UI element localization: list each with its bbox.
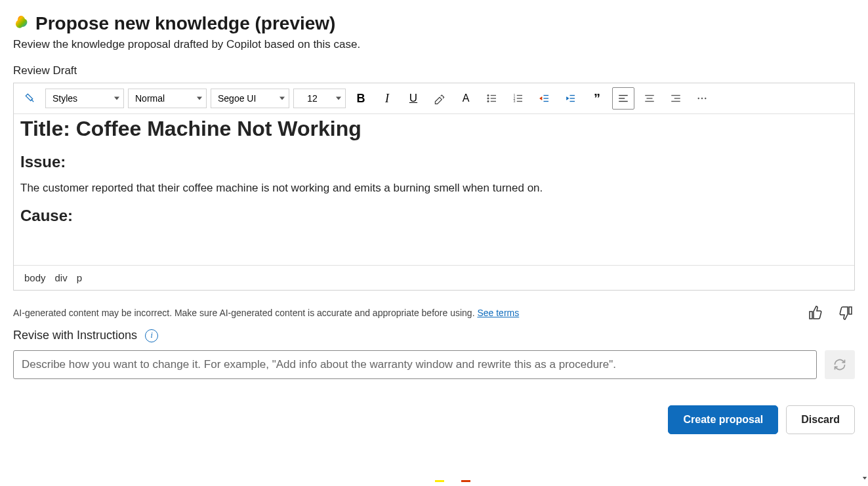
path-segment[interactable]: body	[24, 272, 46, 283]
svg-point-28	[701, 98, 703, 99]
size-value: 12	[307, 93, 318, 104]
styles-value: Styles	[52, 93, 77, 104]
svg-point-0	[487, 95, 489, 96]
revise-input-row	[13, 350, 855, 379]
italic-button[interactable]: I	[376, 87, 398, 110]
action-buttons: Create proposal Discard	[13, 405, 855, 434]
create-proposal-button[interactable]: Create proposal	[668, 405, 778, 434]
underline-button[interactable]: U	[402, 87, 424, 110]
format-painter-button[interactable]	[19, 87, 41, 110]
thumbs-up-button[interactable]	[806, 304, 825, 322]
align-left-button[interactable]	[612, 87, 634, 110]
bold-button[interactable]: B	[350, 87, 372, 110]
chevron-down-icon	[336, 97, 341, 100]
disclaimer-text: AI-generated content may be incorrect. M…	[13, 308, 477, 318]
revise-header: Revise with Instructions i	[13, 329, 855, 342]
highlight-color-button[interactable]	[428, 87, 451, 110]
chevron-down-icon	[114, 97, 119, 100]
thumbs-down-button[interactable]	[837, 304, 855, 322]
align-center-button[interactable]	[638, 87, 661, 110]
font-family-select[interactable]: Segoe UI	[211, 89, 289, 108]
editor-toolbar: Styles Normal Segoe UI 12 B I U	[14, 83, 854, 114]
svg-point-4	[487, 101, 489, 102]
svg-text:3: 3	[514, 99, 516, 103]
issue-heading: Issue:	[20, 153, 848, 171]
revise-label: Revise with Instructions	[13, 329, 137, 342]
path-segment[interactable]: div	[55, 272, 68, 283]
editor-content-area[interactable]: Title: Coffee Machine Not Working Issue:…	[14, 114, 854, 265]
font-size-select[interactable]: 12	[293, 89, 346, 108]
paragraph-format-select[interactable]: Normal	[128, 89, 207, 108]
info-icon[interactable]: i	[145, 329, 158, 342]
discard-button[interactable]: Discard	[786, 405, 855, 434]
align-right-button[interactable]	[665, 87, 687, 110]
cause-heading: Cause:	[20, 207, 848, 225]
svg-point-2	[487, 98, 489, 99]
page-subtitle: Review the knowledge proposal drafted by…	[13, 38, 855, 51]
revise-instructions-input[interactable]	[13, 350, 817, 379]
see-terms-link[interactable]: See terms	[477, 308, 519, 318]
issue-text: The customer reported that their coffee …	[20, 180, 848, 196]
styles-select[interactable]: Styles	[45, 89, 124, 108]
increase-indent-button[interactable]	[560, 87, 582, 110]
svg-point-27	[698, 98, 699, 99]
page-header: Propose new knowledge (preview)	[13, 13, 855, 34]
font-value: Segoe UI	[218, 93, 256, 104]
chevron-down-icon	[197, 97, 202, 100]
copilot-icon	[13, 14, 29, 33]
page-title: Propose new knowledge (preview)	[35, 13, 335, 34]
article-title: Title: Coffee Machine Not Working	[20, 117, 848, 141]
blockquote-button[interactable]: ”	[586, 87, 608, 110]
ai-disclaimer: AI-generated content may be incorrect. M…	[13, 308, 519, 318]
decrease-indent-button[interactable]	[533, 87, 556, 110]
review-draft-label: Review Draft	[13, 64, 855, 77]
rich-text-editor: Styles Normal Segoe UI 12 B I U	[13, 83, 855, 291]
ordered-list-button[interactable]: 1 2 3	[507, 87, 529, 110]
element-path: body div p	[14, 265, 854, 290]
ai-notice-row: AI-generated content may be incorrect. M…	[13, 304, 855, 322]
feedback-buttons	[806, 304, 855, 322]
chevron-down-icon	[279, 97, 285, 100]
more-options-button[interactable]	[691, 87, 713, 110]
regenerate-button[interactable]	[825, 350, 855, 379]
unordered-list-button[interactable]	[481, 87, 503, 110]
path-segment[interactable]: p	[77, 272, 82, 283]
font-color-button[interactable]: A	[455, 87, 477, 110]
svg-point-29	[705, 98, 706, 99]
paragraph-value: Normal	[135, 93, 165, 104]
